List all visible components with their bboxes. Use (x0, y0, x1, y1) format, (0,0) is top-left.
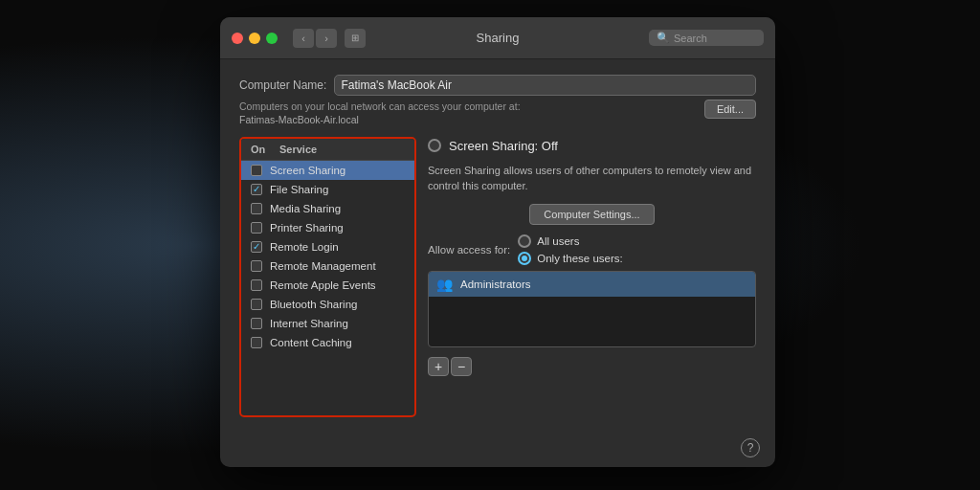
forward-button[interactable]: › (316, 29, 337, 48)
radio-group: All users Only these users: (518, 234, 622, 265)
help-button[interactable]: ? (741, 438, 760, 457)
minimize-button[interactable] (249, 33, 260, 44)
search-icon: 🔍 (657, 32, 670, 44)
services-list: Screen Sharing ✓ File Sharing Media Shar… (241, 161, 414, 415)
service-name-printer-sharing: Printer Sharing (270, 222, 344, 234)
computer-name-label: Computer Name: (239, 78, 326, 92)
detail-panel: Screen Sharing: Off Screen Sharing allow… (428, 137, 756, 417)
service-item-printer-sharing[interactable]: Printer Sharing (241, 218, 414, 237)
local-access-text: Computers on your local network can acce… (239, 100, 521, 114)
service-name-screen-sharing: Screen Sharing (270, 165, 345, 176)
screen-sharing-status: Screen Sharing: Off (428, 139, 756, 153)
radio-only-these-users-indicator (518, 252, 531, 265)
service-item-file-sharing[interactable]: ✓ File Sharing (241, 180, 414, 199)
local-access-info: Computers on your local network can acce… (239, 100, 521, 125)
service-name-remote-login: Remote Login (270, 241, 339, 253)
service-name-remote-management: Remote Management (270, 260, 376, 272)
traffic-lights (232, 33, 278, 44)
allow-access-row: Allow access for: All users Only these u… (428, 234, 756, 265)
list-item-administrators[interactable]: 👥 Administrators (429, 272, 755, 297)
main-area: On Service Screen Sharing ✓ File Sharing (239, 137, 756, 417)
add-user-button[interactable]: + (428, 357, 449, 376)
search-box[interactable]: 🔍 Search (649, 30, 764, 46)
service-item-content-caching[interactable]: Content Caching (241, 333, 414, 352)
window-footer: ? (220, 433, 775, 467)
services-header: On Service (241, 139, 414, 161)
header-on: On (251, 144, 279, 155)
list-controls: + − (428, 357, 756, 376)
computer-settings-button[interactable]: Computer Settings... (529, 204, 654, 225)
services-panel: On Service Screen Sharing ✓ File Sharing (239, 137, 416, 417)
window-title: Sharing (477, 31, 520, 45)
checkmark-remote-login: ✓ (253, 242, 260, 252)
allow-access-label: Allow access for: (428, 244, 510, 256)
service-item-remote-apple-events[interactable]: Remote Apple Events (241, 276, 414, 295)
service-item-internet-sharing[interactable]: Internet Sharing (241, 314, 414, 333)
allow-access-section: Allow access for: All users Only these u… (428, 234, 756, 376)
service-name-file-sharing: File Sharing (270, 184, 328, 195)
service-checkbox-content-caching[interactable] (251, 337, 262, 348)
radio-all-users-label: All users (537, 235, 579, 247)
users-list-box: 👥 Administrators (428, 271, 756, 347)
grid-button[interactable]: ⊞ (345, 29, 366, 48)
sharing-window: ‹ › ⊞ Sharing 🔍 Search Computer Name: Co… (220, 17, 775, 467)
service-checkbox-media-sharing[interactable] (251, 203, 262, 214)
user-name-administrators: Administrators (460, 278, 531, 290)
status-title: Screen Sharing: Off (449, 139, 558, 153)
nav-buttons: ‹ › (293, 29, 337, 48)
titlebar: ‹ › ⊞ Sharing 🔍 Search (220, 17, 775, 59)
status-description: Screen Sharing allows users of other com… (428, 163, 756, 194)
back-button[interactable]: ‹ (293, 29, 314, 48)
service-name-media-sharing: Media Sharing (270, 203, 341, 214)
checkmark-file-sharing: ✓ (253, 185, 260, 194)
edit-button[interactable]: Edit... (704, 100, 756, 119)
user-group-icon: 👥 (436, 277, 453, 292)
header-service: Service (279, 144, 317, 155)
service-checkbox-printer-sharing[interactable] (251, 222, 262, 234)
remove-user-button[interactable]: − (451, 357, 472, 376)
service-checkbox-file-sharing[interactable]: ✓ (251, 184, 262, 195)
status-radio-off (428, 139, 441, 152)
service-item-bluetooth-sharing[interactable]: Bluetooth Sharing (241, 295, 414, 314)
radio-all-users[interactable]: All users (518, 234, 622, 248)
service-name-bluetooth-sharing: Bluetooth Sharing (270, 299, 357, 310)
local-address: Fatimas-MacBook-Air.local (239, 114, 521, 125)
computer-name-field[interactable] (334, 75, 756, 96)
service-name-content-caching: Content Caching (270, 337, 352, 348)
search-placeholder: Search (674, 33, 707, 44)
service-checkbox-bluetooth-sharing[interactable] (251, 299, 262, 310)
radio-only-these-users-label: Only these users: (537, 253, 622, 264)
service-name-internet-sharing: Internet Sharing (270, 318, 348, 329)
service-item-screen-sharing[interactable]: Screen Sharing (241, 161, 414, 180)
radio-only-these-users[interactable]: Only these users: (518, 252, 622, 265)
local-access-row: Computers on your local network can acce… (239, 100, 756, 125)
service-checkbox-remote-management[interactable] (251, 260, 262, 272)
service-name-remote-apple-events: Remote Apple Events (270, 279, 376, 291)
window-content: Computer Name: Computers on your local n… (220, 59, 775, 433)
maximize-button[interactable] (266, 33, 278, 44)
service-checkbox-internet-sharing[interactable] (251, 318, 262, 329)
service-item-remote-management[interactable]: Remote Management (241, 256, 414, 276)
close-button[interactable] (232, 33, 243, 44)
service-checkbox-remote-login[interactable]: ✓ (251, 241, 262, 253)
service-item-remote-login[interactable]: ✓ Remote Login (241, 237, 414, 256)
computer-name-row: Computer Name: (239, 75, 756, 96)
radio-all-users-indicator (518, 234, 531, 248)
service-item-media-sharing[interactable]: Media Sharing (241, 199, 414, 218)
service-checkbox-screen-sharing[interactable] (251, 165, 262, 176)
service-checkbox-remote-apple-events[interactable] (251, 279, 262, 291)
